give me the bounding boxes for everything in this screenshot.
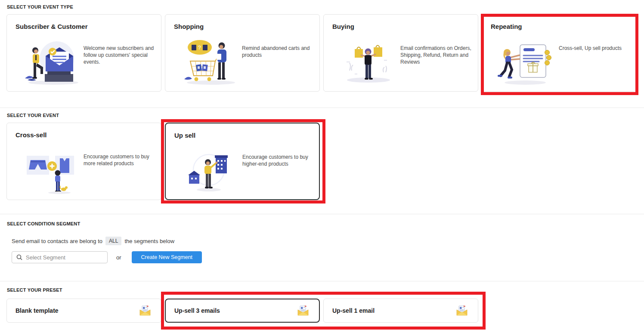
automation-event-selection-page: SELECT YOUR EVENT TYPE Subscriber & Cust… — [0, 0, 644, 336]
segment-select-field[interactable] — [12, 251, 108, 263]
card-title: Cross-sell — [15, 131, 47, 139]
section-divider — [0, 281, 644, 281]
event-section-label: SELECT YOUR EVENT — [7, 113, 59, 118]
event-type-card-shopping[interactable]: Shopping ? — [165, 14, 320, 92]
create-new-segment-button[interactable]: Create New Segment — [132, 251, 202, 263]
segment-condition-sentence: Send email to contacts are belong to ALL… — [12, 237, 174, 245]
event-type-card-row: Subscriber & Customer — [6, 14, 637, 92]
segment-controls-row: or Create New Segment — [12, 251, 202, 263]
svg-text:?: ? — [198, 45, 201, 51]
preset-card-row: Blank template Up-sell 3 emails — [6, 299, 478, 323]
card-description: Encourage customers to buy more related … — [84, 153, 160, 167]
condition-segment-section-label: SELECT CONDITION SEGMENT — [7, 221, 80, 226]
section-divider — [0, 108, 644, 108]
sentence-suffix: the segments below — [124, 238, 174, 244]
event-card-up-sell[interactable]: Up sell — [165, 123, 320, 200]
shopping-bags-illustration — [336, 36, 400, 87]
card-title: Repeating — [491, 23, 522, 30]
gift-list-illustration — [494, 36, 559, 87]
segment-search-input[interactable] — [26, 254, 99, 261]
or-label: or — [116, 254, 121, 261]
event-type-section-label: SELECT YOUR EVENT TYPE — [7, 4, 73, 9]
email-template-icon — [456, 305, 468, 316]
event-card-row: Cross-sell Encourage custom — [6, 123, 320, 200]
search-icon — [16, 254, 22, 260]
preset-card-up-sell-3-emails[interactable]: Up-sell 3 emails — [165, 299, 320, 323]
card-title: Subscriber & Customer — [15, 23, 88, 30]
card-title: Up sell — [174, 132, 195, 139]
sentence-prefix: Send email to contacts are belong to — [12, 238, 102, 244]
shopping-cart-illustration: ? — [177, 36, 242, 87]
section-divider — [0, 214, 644, 214]
buildings-upgrade-illustration — [178, 145, 242, 196]
card-description: Welcome new subscribers and follow up cu… — [84, 45, 160, 65]
card-description: Cross-sell, Up sell products — [559, 45, 635, 52]
event-type-card-buying[interactable]: Buying Email confirmations on Orders — [323, 14, 478, 92]
email-template-icon — [297, 305, 309, 316]
event-type-card-subscriber-customer[interactable]: Subscriber & Customer — [6, 14, 161, 92]
card-title: Buying — [332, 23, 354, 30]
preset-card-blank-template[interactable]: Blank template — [6, 299, 161, 323]
preset-section-label: SELECT YOUR PRESET — [7, 287, 62, 293]
card-description: Remind abandoned carts and products — [242, 45, 319, 59]
preset-title: Up-sell 1 email — [332, 307, 375, 314]
clothes-pairing-illustration — [19, 145, 84, 195]
event-card-cross-sell[interactable]: Cross-sell Encourage custom — [6, 123, 161, 200]
email-template-icon — [139, 305, 151, 316]
preset-card-up-sell-1-email[interactable]: Up-sell 1 email — [323, 299, 478, 323]
subscriber-envelope-illustration — [19, 36, 84, 87]
preset-title: Blank template — [15, 307, 59, 314]
preset-title: Up-sell 3 emails — [174, 307, 220, 314]
card-description: Encourage customers to buy higher-end pr… — [242, 154, 319, 167]
card-description: Email confirmations on Orders, Shipping,… — [400, 45, 477, 65]
segment-match-mode-badge[interactable]: ALL — [105, 237, 121, 245]
card-title: Shopping — [174, 23, 204, 30]
event-type-card-repeating[interactable]: Repeating — [482, 14, 637, 92]
